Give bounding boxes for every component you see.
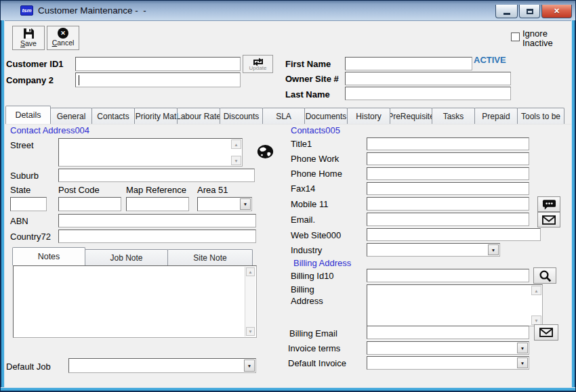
ignore-inactive-checkbox[interactable] (511, 32, 520, 41)
scroll-up-icon[interactable]: ▲ (246, 267, 255, 276)
state-input[interactable] (10, 197, 47, 211)
default-job-dropdown[interactable]: ▼ (68, 358, 256, 373)
tab-priority-mat[interactable]: Priority Mat (134, 108, 178, 124)
contact-address-section-header: Contact Address004 (10, 125, 89, 135)
cancel-button[interactable]: ✕ Cancel (47, 26, 79, 50)
billing-email-send-button[interactable] (534, 324, 558, 341)
dropdown-arrow-icon[interactable]: ▼ (240, 198, 251, 210)
scroll-up-icon[interactable]: ▲ (231, 139, 241, 149)
chat-bubble-icon (542, 199, 556, 210)
notes-tab-strip: Notes Job Note Site Note (13, 247, 253, 265)
dropdown-arrow-icon[interactable]: ▼ (517, 357, 528, 368)
tab-tasks[interactable]: Tasks (432, 108, 475, 124)
send-email-button[interactable] (537, 212, 560, 227)
update-button[interactable]: Update (243, 55, 273, 73)
industry-dropdown[interactable]: ▼ (367, 243, 500, 257)
close-icon: ✕ (554, 7, 560, 16)
area-dropdown[interactable]: ▼ (197, 197, 252, 211)
company-input[interactable] (75, 72, 241, 87)
map-reference-label: Map Reference (126, 185, 186, 195)
last-name-input[interactable] (345, 87, 511, 100)
dropdown-arrow-icon[interactable]: ▼ (517, 343, 528, 353)
tab-site-note[interactable]: Site Note (167, 249, 253, 265)
tab-prerequisite[interactable]: PreRequisite (390, 108, 432, 124)
titlebar[interactable]: tsm Customer Maintenance - - (1, 1, 575, 21)
web-site-label: Web Site000 (291, 230, 341, 240)
abn-label: ABN (10, 216, 28, 226)
cancel-icon: ✕ (58, 28, 68, 39)
window-controls: ✕ (495, 5, 572, 18)
map-reference-input[interactable] (126, 197, 189, 211)
tab-notes[interactable]: Notes (12, 247, 85, 265)
envelope-icon (539, 328, 553, 337)
globe-icon[interactable] (257, 144, 274, 159)
billing-email-label: Billing Email (289, 328, 337, 339)
dropdown-arrow-icon[interactable]: ▼ (488, 244, 499, 255)
suburb-input[interactable] (58, 169, 255, 182)
tab-labour-rate[interactable]: Labour Rate (177, 108, 220, 124)
customer-id-label: Customer ID1 (6, 59, 64, 69)
mobile-label: Mobile 11 (291, 199, 328, 209)
owner-site-input[interactable] (345, 72, 511, 85)
scroll-up-icon[interactable]: ▲ (531, 286, 541, 295)
billing-id-input[interactable] (367, 269, 529, 282)
street-label: Street (10, 140, 34, 150)
floppy-disk-icon (23, 28, 35, 39)
tab-documents[interactable]: Documents (304, 108, 348, 124)
street-textarea[interactable]: ▲ ▼ (58, 138, 243, 167)
phone-home-input[interactable] (367, 167, 529, 180)
ignore-inactive-label-line1: Ignore (522, 28, 548, 39)
post-code-input[interactable] (58, 197, 121, 211)
fax-label: Fax14 (291, 183, 315, 194)
last-name-label: Last Name (285, 89, 330, 100)
tab-prepaid[interactable]: Prepaid (474, 108, 518, 124)
customer-id-input[interactable] (75, 57, 241, 71)
maximize-icon (527, 9, 533, 14)
ignore-inactive-label-line2: Inactive (522, 38, 553, 48)
maximize-button[interactable] (519, 5, 540, 18)
save-button[interactable]: Save (12, 26, 45, 50)
billing-id-search-button[interactable] (533, 267, 556, 284)
send-sms-button[interactable] (537, 196, 560, 212)
owner-site-label: Owner Site # (285, 74, 339, 84)
tab-details[interactable]: Details (5, 106, 51, 124)
scroll-down-icon[interactable]: ▼ (231, 156, 241, 165)
billing-address-textarea[interactable]: ▲ ▼ (367, 284, 543, 326)
notes-textarea[interactable]: ▲ ▼ (13, 265, 257, 338)
customer-maintenance-window: tsm Customer Maintenance - - ✕ Save ✕ Ca… (0, 0, 576, 392)
cancel-label: Cancel (52, 39, 75, 47)
tab-pane-divider (5, 124, 571, 125)
abn-input[interactable] (58, 214, 256, 227)
invoice-terms-dropdown[interactable]: ▼ (367, 341, 529, 355)
tab-history[interactable]: History (347, 108, 390, 124)
scroll-down-icon[interactable]: ▼ (531, 315, 541, 325)
default-invoice-label: Default Invoice (288, 358, 346, 368)
tab-contacts[interactable]: Contacts (91, 108, 135, 124)
country-input[interactable] (58, 230, 256, 243)
tab-sla[interactable]: SLA (262, 108, 305, 124)
invoice-terms-label: Invoice terms (288, 343, 340, 353)
scroll-down-icon[interactable]: ▼ (246, 327, 255, 336)
tab-job-note[interactable]: Job Note (85, 249, 168, 265)
default-job-label: Default Job (6, 362, 51, 372)
notes-scrollbar[interactable]: ▲ ▼ (245, 267, 255, 336)
tab-discounts[interactable]: Discounts (220, 108, 263, 124)
web-site-input[interactable] (367, 228, 541, 241)
default-invoice-dropdown[interactable]: ▼ (367, 356, 529, 370)
area-label: Area 51 (197, 185, 228, 195)
title-label: Title1 (291, 139, 312, 149)
email-input[interactable] (367, 213, 529, 226)
title-input[interactable] (367, 137, 529, 150)
status-badge: ACTIVE (474, 55, 506, 65)
phone-work-input[interactable] (367, 152, 529, 165)
dropdown-arrow-icon[interactable]: ▼ (244, 360, 255, 372)
billing-id-label: Billing Id10 (291, 271, 334, 281)
first-name-input[interactable] (345, 57, 472, 70)
close-button[interactable]: ✕ (541, 5, 572, 18)
tab-general[interactable]: General (50, 108, 92, 124)
fax-input[interactable] (367, 182, 529, 195)
billing-email-input[interactable] (367, 326, 529, 339)
tab-tools-to-be[interactable]: Tools to be (517, 108, 564, 124)
minimize-button[interactable] (495, 5, 518, 18)
mobile-input[interactable] (367, 197, 529, 211)
